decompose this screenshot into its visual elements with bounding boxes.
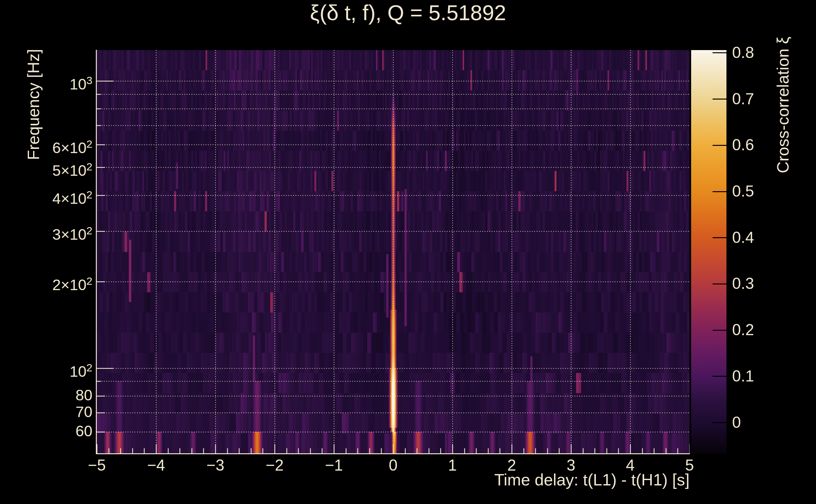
colorbar-gradient xyxy=(691,50,727,454)
colorbar-tick-label: 0.5 xyxy=(732,183,776,200)
colorbar-tick-label: 0.8 xyxy=(732,44,776,61)
colorbar-tick-label: 0.2 xyxy=(732,321,776,338)
colorbar-tick xyxy=(713,376,727,377)
y-tick-label: 6×102 xyxy=(0,136,92,156)
colorbar-tick-label: 0 xyxy=(732,414,776,431)
x-tick-label: 0 xyxy=(368,457,418,474)
y-tick-label: 60 xyxy=(0,423,92,439)
x-tick-label: −1 xyxy=(309,457,359,474)
y-tick-label: 103 xyxy=(0,72,92,93)
chart-title: ξ(δ t, f), Q = 5.51892 xyxy=(0,1,816,25)
colorbar-tick xyxy=(713,99,727,100)
y-tick-label: 3×102 xyxy=(0,222,92,243)
x-tick-label: −2 xyxy=(250,457,300,474)
y-tick-label: 80 xyxy=(0,387,92,404)
colorbar-tick xyxy=(713,145,727,146)
colorbar-tick xyxy=(713,330,727,331)
y-tick-label: 102 xyxy=(0,359,92,380)
colorbar-tick xyxy=(713,422,727,423)
colorbar-tick-label: 0.1 xyxy=(732,368,776,385)
x-tick-label: 5 xyxy=(664,457,715,474)
colorbar-tick-label: 0.7 xyxy=(732,90,776,107)
y-tick-label: 5×102 xyxy=(0,158,92,179)
x-tick-label: −3 xyxy=(190,457,241,474)
colorbar-tick xyxy=(713,191,727,192)
colorbar-tick-label: 0.4 xyxy=(732,229,776,246)
x-tick-label: −5 xyxy=(72,457,122,474)
y-tick-label: 4×102 xyxy=(0,186,92,207)
y-tick-label: 70 xyxy=(0,404,92,420)
x-tick-label: 4 xyxy=(605,457,656,474)
x-tick-label: 3 xyxy=(546,457,596,474)
colorbar-tick xyxy=(713,283,727,284)
x-tick-label: 2 xyxy=(486,457,537,474)
x-tick-label: −4 xyxy=(131,457,181,474)
colorbar-tick-label: 0.3 xyxy=(732,275,776,292)
y-tick-label: 2×102 xyxy=(0,273,92,293)
colorbar-tick-label: 0.6 xyxy=(732,136,776,153)
colorbar-tick xyxy=(713,237,727,238)
colorbar-tick xyxy=(713,52,727,53)
x-tick-label: 1 xyxy=(427,457,478,474)
qscan-window: ξ(δ t, f), Q = 5.51892 Frequency [Hz] Ti… xyxy=(0,0,816,504)
plot-frame-axes xyxy=(96,50,690,454)
colorbar-title: Cross-correlation ξ xyxy=(774,25,792,173)
